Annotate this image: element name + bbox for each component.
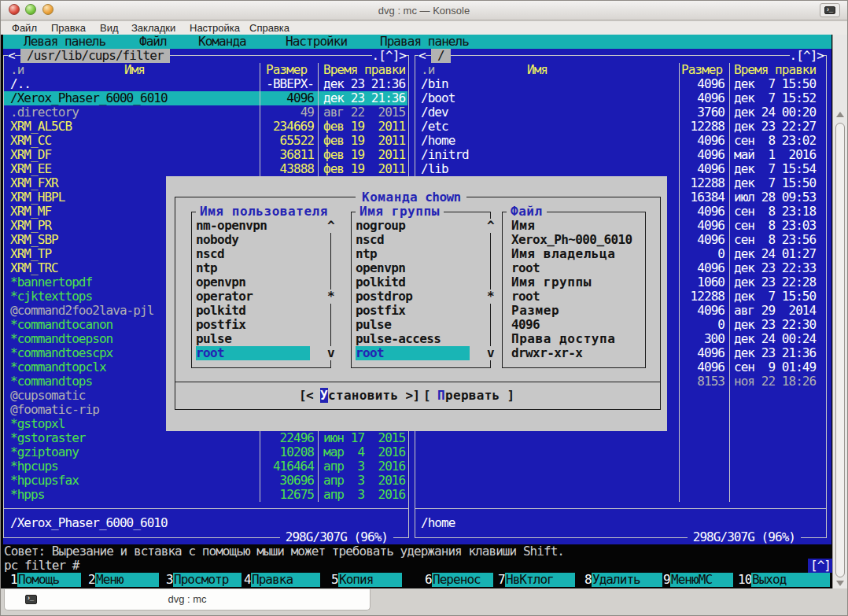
file-row-name[interactable]: /.. <box>10 77 31 91</box>
file-row-name[interactable]: XRM_SBP <box>10 233 58 247</box>
file-row-name[interactable]: /dev <box>421 105 448 120</box>
file-row-name[interactable]: *hpcupsfax <box>10 474 79 488</box>
group-item-pulse[interactable]: pulse <box>356 318 391 332</box>
group-item-ntp[interactable]: ntp <box>356 247 377 261</box>
file-row-name[interactable]: XRM_TP <box>10 247 51 261</box>
user-item-nobody[interactable]: nobody <box>196 233 238 247</box>
group-item-postfix[interactable]: postfix <box>356 304 405 318</box>
user-item-operator[interactable]: operator <box>196 290 253 304</box>
right-panel-path[interactable]: / <box>431 49 451 63</box>
file-row-name[interactable]: /boot <box>421 91 455 105</box>
menu-3[interactable]: Вид <box>100 22 119 34</box>
fkey-1[interactable]: Помощь <box>17 573 81 587</box>
file-row-name[interactable]: /bin <box>421 77 448 91</box>
left-panel-back-mark[interactable]: < <box>8 49 15 63</box>
right-panel-panelize-mark[interactable]: .[^]> <box>790 49 824 63</box>
mc-menu-item[interactable]: Команда <box>198 35 246 49</box>
set-button[interactable]: [< Установить >] <box>299 389 420 403</box>
file-row-name[interactable]: *gstopxl <box>10 417 65 431</box>
fkey-5[interactable]: Копия <box>338 573 402 587</box>
file-row-name[interactable]: *hpps <box>10 488 44 502</box>
user-item-ntp[interactable]: ntp <box>196 261 217 275</box>
file-row-name[interactable]: XRM_TRC <box>10 261 58 275</box>
fkey-10[interactable]: Выход <box>751 573 830 587</box>
user-scroll-up[interactable]: ^ <box>327 219 334 233</box>
file-row-name[interactable]: *bannertopdf <box>10 275 92 290</box>
file-row-name[interactable]: *gziptoany <box>10 445 79 459</box>
right-panel-back-mark[interactable]: < <box>418 49 426 63</box>
file-row-name[interactable]: *commandtoescpx <box>10 346 112 360</box>
cancel-button[interactable]: [ Прервать ] <box>423 389 514 403</box>
window-titlebar[interactable]: dvg : mc — Konsole <box>1 0 847 20</box>
user-item-openvpn[interactable]: openvpn <box>196 275 245 290</box>
fkey-4[interactable]: Правка <box>251 573 320 587</box>
window-menu-button[interactable] <box>820 3 840 17</box>
file-row-name[interactable]: XRM_AL5CB <box>10 120 72 134</box>
user-scroll-down[interactable]: v <box>327 346 334 360</box>
file-row-name[interactable]: @cupsomatic <box>10 389 86 403</box>
scrollbar[interactable] <box>832 35 847 588</box>
file-row-name[interactable]: XRM_MF <box>10 205 51 219</box>
menu-4[interactable]: Закладки <box>131 22 175 34</box>
file-row-name[interactable]: *commandtoepson <box>10 332 112 346</box>
scrollbar-up-arrow[interactable] <box>836 112 844 117</box>
tab-dvg-mc[interactable]: dvg : mc <box>4 589 371 610</box>
file-row-time: ноя 22 18:26 <box>734 374 816 389</box>
fkey-3[interactable]: Просмотр <box>173 573 241 587</box>
menu-2[interactable]: Правка <box>51 22 86 34</box>
group-item-nogroup[interactable]: nogroup <box>356 219 405 233</box>
scrollbar-down-arrow[interactable] <box>836 581 844 586</box>
user-item-nscd[interactable]: nscd <box>196 247 224 261</box>
user-item-polkitd[interactable]: polkitd <box>196 304 245 318</box>
file-row-name[interactable]: /etc <box>421 120 448 134</box>
command-prompt[interactable]: pc filter # <box>4 559 79 573</box>
user-item-nm-openvpn[interactable]: nm-openvpn <box>196 219 267 233</box>
file-row-name[interactable]: *commandtops <box>10 374 92 389</box>
group-scroll-up[interactable]: ^ <box>487 219 494 233</box>
left-panel-panelize-mark[interactable]: .[^]> <box>372 49 406 63</box>
left-panel-path[interactable]: /usr/lib/cups/filter <box>20 49 170 63</box>
file-row-name[interactable]: XRM_HBPL <box>10 190 65 205</box>
file-row-name[interactable]: @command2foo2lava-pjl <box>10 304 153 318</box>
file-row-name[interactable]: XRM_EE <box>10 162 51 176</box>
file-row-name[interactable]: /lib <box>421 162 448 176</box>
file-row-name[interactable]: /Xerox_Phaser_6000_6010 <box>10 91 168 105</box>
fkey-7[interactable]: НвКтлог <box>505 573 575 587</box>
mc-menu-item[interactable]: Файл <box>139 35 167 49</box>
group-item-nscd[interactable]: nscd <box>356 233 384 247</box>
file-row-name[interactable]: *hpcups <box>10 459 58 474</box>
mc-menu-item[interactable]: Настройки <box>286 35 347 49</box>
mc-menu-item[interactable]: Левая панель <box>24 35 105 49</box>
file-row-name[interactable]: @foomatic-rip <box>10 403 99 417</box>
fkey-9[interactable]: МенюМС <box>670 573 733 587</box>
group-item-polkitd[interactable]: polkitd <box>356 275 405 290</box>
fkey-8[interactable]: Удалить <box>592 573 662 587</box>
user-item-root[interactable]: root <box>196 346 224 360</box>
group-item-root[interactable]: root <box>356 346 384 360</box>
file-row-name[interactable]: XRM_FXR <box>10 176 58 190</box>
group-item-openvpn[interactable]: openvpn <box>356 261 405 275</box>
file-row-name[interactable]: /initrd <box>421 148 469 162</box>
file-row-name[interactable]: /home <box>421 134 455 148</box>
fkey-6[interactable]: Перенос <box>432 573 493 587</box>
group-scroll-down[interactable]: v <box>487 346 494 360</box>
menu-5[interactable]: Настройка <box>190 22 240 34</box>
file-row-name[interactable]: *cjktexttops <box>10 290 92 304</box>
user-item-postfix[interactable]: postfix <box>196 318 245 332</box>
user-item-pulse[interactable]: pulse <box>196 332 231 346</box>
group-item-postdrop[interactable]: postdrop <box>356 290 412 304</box>
left-panel-col-time: Время правки <box>323 63 405 77</box>
file-row-name[interactable]: *gstoraster <box>10 431 86 445</box>
menu-6[interactable]: Справка <box>249 22 289 34</box>
file-row-name[interactable]: *commandtocanon <box>10 318 112 332</box>
file-row-name[interactable]: XRM_DF <box>10 148 51 162</box>
fkey-2[interactable]: Меню <box>95 573 159 587</box>
file-row-name[interactable]: XRM_CC <box>10 134 51 148</box>
scrollbar-thumb[interactable] <box>835 123 845 577</box>
menu-1[interactable]: Файл <box>12 22 37 34</box>
group-item-pulse-access[interactable]: pulse-access <box>356 332 441 346</box>
file-row-name[interactable]: XRM_PR <box>10 219 51 233</box>
file-row-name[interactable]: .directory <box>10 105 79 120</box>
file-row-name[interactable]: *commandtopclx <box>10 360 106 374</box>
mc-menu-item[interactable]: Правая панель <box>380 35 469 49</box>
